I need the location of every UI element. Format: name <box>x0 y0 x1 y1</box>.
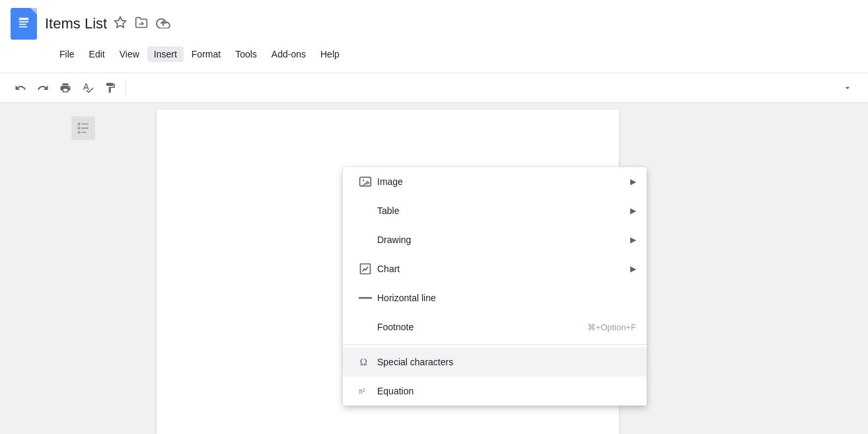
menu-bar: File Edit View Insert Format Tools Add-o… <box>0 42 868 66</box>
right-panel <box>670 103 868 434</box>
menu-insert[interactable]: Insert <box>147 46 184 62</box>
svg-rect-16 <box>361 264 371 274</box>
header-icons <box>114 16 170 32</box>
drawing-label: Drawing <box>377 235 625 245</box>
svg-rect-11 <box>81 124 89 125</box>
svg-rect-8 <box>78 123 81 126</box>
menu-format[interactable]: Format <box>185 46 227 62</box>
svg-text:Ω: Ω <box>360 357 367 367</box>
svg-rect-1 <box>19 21 29 22</box>
table-label: Table <box>377 205 625 216</box>
pi-icon: π² <box>353 384 377 398</box>
toolbar <box>0 73 868 103</box>
undo-button[interactable] <box>11 78 30 98</box>
menu-item-equation[interactable]: π² Equation <box>343 377 647 406</box>
star-icon[interactable] <box>114 16 127 32</box>
footnote-shortcut: ⌘+Option+F <box>587 322 636 332</box>
svg-point-15 <box>363 180 365 182</box>
outline-icon[interactable] <box>71 116 95 140</box>
cloud-save-icon[interactable] <box>156 17 170 32</box>
image-icon <box>353 175 377 188</box>
spellcheck-button[interactable] <box>78 78 98 98</box>
svg-text:π²: π² <box>359 386 365 396</box>
menu-item-chart[interactable]: Chart ▶ <box>343 254 647 283</box>
menu-separator <box>343 344 647 345</box>
chart-arrow: ▶ <box>630 264 636 273</box>
svg-rect-3 <box>19 26 28 28</box>
special-chars-label: Special characters <box>377 357 636 367</box>
menu-view[interactable]: View <box>113 46 146 62</box>
svg-marker-4 <box>115 17 126 27</box>
svg-rect-9 <box>78 127 81 129</box>
hline-label: Horizontal line <box>377 293 636 303</box>
redo-button[interactable] <box>33 78 53 98</box>
chart-label: Chart <box>377 264 625 274</box>
table-arrow: ▶ <box>630 206 636 215</box>
footnote-label: Footnote <box>377 322 587 332</box>
image-label: Image <box>377 176 625 187</box>
sidebar <box>0 103 106 434</box>
doc-icon <box>11 8 37 40</box>
menu-help[interactable]: Help <box>314 46 346 62</box>
equation-label: Equation <box>377 386 636 396</box>
svg-rect-2 <box>19 24 26 25</box>
doc-title: Items List <box>45 15 107 32</box>
hline-icon <box>353 297 377 299</box>
doc-title-area: Items List <box>45 15 857 32</box>
menu-item-footnote[interactable]: Footnote ⌘+Option+F <box>343 312 647 342</box>
chart-icon <box>353 262 377 275</box>
menu-item-special-characters[interactable]: Ω Special characters <box>343 347 647 377</box>
print-button[interactable] <box>55 78 75 98</box>
doc-icon-svg <box>17 17 31 31</box>
menu-edit[interactable]: Edit <box>83 46 112 62</box>
menu-file[interactable]: File <box>53 46 81 62</box>
toolbar-divider <box>126 81 126 94</box>
folder-move-icon[interactable] <box>135 16 148 32</box>
drawing-arrow: ▶ <box>630 235 636 244</box>
svg-rect-10 <box>78 131 81 134</box>
menu-item-horizontal-line[interactable]: Horizontal line <box>343 283 647 312</box>
svg-rect-0 <box>19 18 29 20</box>
more-toolbar-arrow[interactable] <box>838 78 857 98</box>
doc-header: Items List <box>0 0 868 42</box>
omega-icon: Ω <box>353 355 377 369</box>
menu-tools[interactable]: Tools <box>229 46 264 62</box>
insert-dropdown-menu: Image ▶ Table ▶ Drawing ▶ <box>343 167 647 406</box>
svg-rect-13 <box>81 132 86 133</box>
image-arrow: ▶ <box>630 177 636 186</box>
paint-format-button[interactable] <box>100 78 120 98</box>
menu-item-drawing[interactable]: Drawing ▶ <box>343 225 647 254</box>
menu-item-image[interactable]: Image ▶ <box>343 167 647 196</box>
main-content: Image ▶ Table ▶ Drawing ▶ <box>0 103 868 434</box>
svg-rect-12 <box>81 127 89 129</box>
menu-addons[interactable]: Add-ons <box>265 46 312 62</box>
menu-item-table[interactable]: Table ▶ <box>343 196 647 225</box>
